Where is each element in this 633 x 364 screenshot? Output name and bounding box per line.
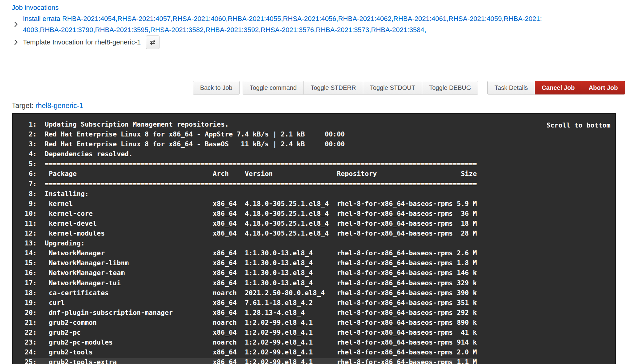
- section-divider: [0, 58, 633, 58]
- terminal-line: 25: grub2-tools-extra x86_64 1:2.02-99.e…: [25, 357, 615, 364]
- terminal-line: 12: kernel-modules x86_64 4.18.0-305.25.…: [25, 228, 615, 238]
- terminal-line: 20: dnf-plugin-subscription-manager x86_…: [25, 308, 615, 318]
- toggle-command-button[interactable]: Toggle command: [243, 81, 304, 94]
- scroll-to-bottom-link[interactable]: Scroll to bottom: [546, 120, 610, 130]
- chevron-right-icon[interactable]: [14, 39, 18, 46]
- terminal-line: 18: ca-certificates noarch 2021.2.50-80.…: [25, 288, 615, 298]
- terminal-line: 1: Updating Subscription Management repo…: [25, 119, 615, 129]
- terminal-line: 15: NetworkManager-libnm x86_64 1:1.30.0…: [25, 258, 615, 268]
- terminal-line: 21: grub2-common noarch 1:2.02-99.el8_4.…: [25, 318, 615, 328]
- terminal-line: 11: kernel-devel x86_64 4.18.0-305.25.1.…: [25, 219, 615, 228]
- terminal-line: 16: NetworkManager-team x86_64 1:1.30.0-…: [25, 268, 615, 278]
- errata-invocation-row: Install errata RHBA-2021:4054,RHSA-2021:…: [12, 13, 625, 36]
- swap-arrows-icon: [149, 39, 156, 46]
- terminal-line: 3: Red Hat Enterprise Linux 8 for x86_64…: [25, 139, 615, 149]
- errata-job-link[interactable]: Install errata RHBA-2021:4054,RHSA-2021:…: [23, 13, 542, 36]
- cancel-job-button[interactable]: Cancel Job: [535, 81, 582, 94]
- template-invocation-row: Template Invocation for rhel8-generic-1: [12, 36, 625, 49]
- task-details-button[interactable]: Task Details: [487, 81, 535, 94]
- target-host-link[interactable]: rhel8-generic-1: [36, 102, 83, 110]
- back-to-job-button[interactable]: Back to Job: [193, 81, 240, 94]
- terminal-line: 13: Upgrading:: [25, 238, 615, 248]
- swap-arrows-button[interactable]: [146, 36, 159, 49]
- page-header: Job invocations Install errata RHBA-2021…: [0, 0, 633, 49]
- toggle-debug-button[interactable]: Toggle DEBUG: [422, 81, 478, 94]
- template-invocation-label: Template Invocation for rhel8-generic-1: [23, 38, 141, 46]
- terminal-line: 9: kernel x86_64 4.18.0-305.25.1.el8_4 r…: [25, 199, 615, 209]
- terminal-line: 7: =====================================…: [25, 179, 615, 189]
- terminal-line: 17: NetworkManager-tui x86_64 1:1.30.0-1…: [25, 278, 615, 288]
- chevron-right-icon[interactable]: [14, 21, 18, 28]
- terminal-line: 24: grub2-tools x86_64 1:2.02-99.el8_4.1…: [25, 347, 615, 357]
- terminal-output: 1: Updating Subscription Management repo…: [25, 119, 615, 364]
- terminal-line: 22: grub2-pc x86_64 1:2.02-99.el8_4.1 rh…: [25, 328, 615, 337]
- terminal-line: 8: Installing:: [25, 189, 615, 199]
- terminal-line: 6: Package Arch Version Repository Size: [25, 169, 615, 179]
- terminal-line: 14: NetworkManager x86_64 1:1.30.0-13.el…: [25, 248, 615, 258]
- job-output-terminal: Scroll to bottom 1: Updating Subscriptio…: [12, 113, 616, 364]
- abort-job-button[interactable]: Abort Job: [582, 81, 625, 94]
- target-line: Target: rhel8-generic-1: [12, 101, 633, 110]
- terminal-line: 4: Dependencies resolved.: [25, 149, 615, 159]
- toggle-stdout-button[interactable]: Toggle STDOUT: [363, 81, 423, 94]
- breadcrumb-job-invocations-link[interactable]: Job invocations: [12, 4, 59, 12]
- terminal-line: 2: Red Hat Enterprise Linux 8 for x86_64…: [25, 129, 615, 139]
- job-toolbar: Back to Job Toggle commandToggle STDERRT…: [0, 81, 633, 94]
- terminal-line: 23: grub2-pc-modules noarch 1:2.02-99.el…: [25, 337, 615, 347]
- target-label: Target:: [12, 102, 33, 110]
- terminal-line: 10: kernel-core x86_64 4.18.0-305.25.1.e…: [25, 209, 615, 219]
- toggle-button-group: Toggle commandToggle STDERRToggle STDOUT…: [243, 81, 478, 94]
- task-action-button-group: Task Details Cancel Job Abort Job: [487, 81, 625, 94]
- terminal-line: 19: curl x86_64 7.61.1-18.el8_4.2 rhel-8…: [25, 298, 615, 308]
- terminal-line: 5: =====================================…: [25, 159, 615, 169]
- toggle-stderr-button[interactable]: Toggle STDERR: [304, 81, 363, 94]
